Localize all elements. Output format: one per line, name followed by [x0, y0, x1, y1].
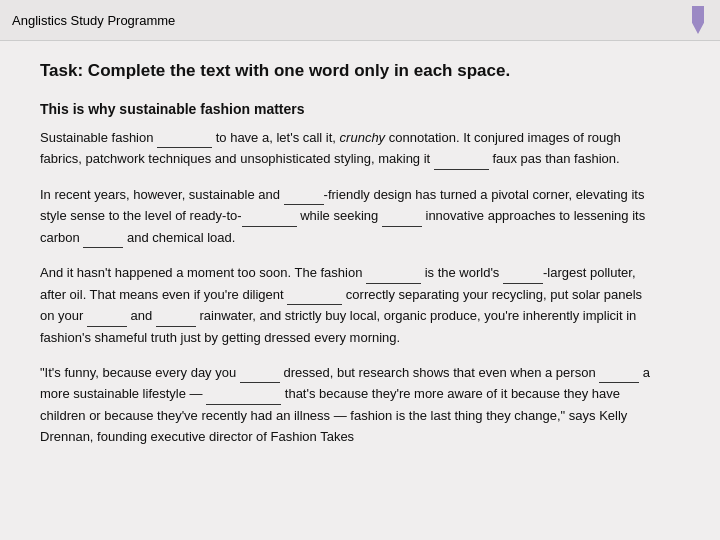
blank-2 — [434, 156, 489, 170]
brand-text: Anglistics Study Programme — [12, 13, 175, 28]
main-content: Task: Complete the text with one word on… — [0, 41, 700, 482]
blank-13 — [599, 369, 639, 383]
blank-4 — [242, 213, 297, 227]
brand-subtitle: Study Programme — [67, 13, 175, 28]
blank-7 — [366, 270, 421, 284]
blank-1 — [157, 134, 212, 148]
article-title: This is why sustainable fashion matters — [40, 101, 660, 117]
blank-5 — [382, 213, 422, 227]
blank-11 — [156, 313, 196, 327]
top-bar: Anglistics Study Programme — [0, 0, 720, 41]
blank-8 — [503, 270, 543, 284]
blank-10 — [87, 313, 127, 327]
blank-6 — [83, 234, 123, 248]
brand-icon — [688, 6, 708, 34]
blank-12 — [240, 369, 280, 383]
paragraph-4: "It's funny, because every day you dress… — [40, 362, 660, 448]
blank-9 — [287, 291, 342, 305]
italic-word: crunchy — [340, 130, 386, 145]
task-title: Task: Complete the text with one word on… — [40, 61, 660, 81]
paragraph-3: And it hasn't happened a moment too soon… — [40, 262, 660, 348]
paragraph-1: Sustainable fashion to have a, let's cal… — [40, 127, 660, 170]
blank-14 — [206, 391, 281, 405]
paragraph-2: In recent years, however, sustainable an… — [40, 184, 660, 248]
blank-3 — [284, 191, 324, 205]
brand-name: Anglistics — [12, 13, 67, 28]
